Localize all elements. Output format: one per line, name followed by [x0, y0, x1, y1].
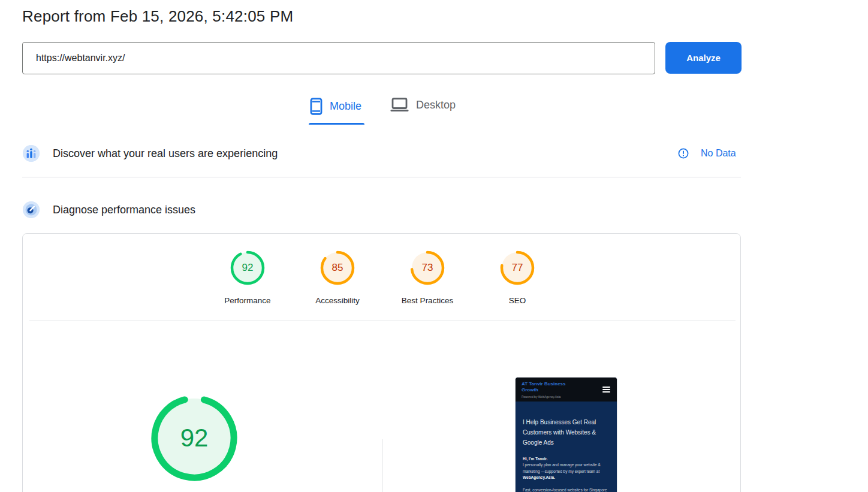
best-practices-score-label: Best Practices	[382, 296, 472, 305]
thumbnail-intro-text: I personally plan and manage your websit…	[523, 462, 610, 481]
page-title: Report from Feb 15, 2026, 5:42:05 PM	[22, 7, 293, 26]
field-data-section-header: Discover what your real users are experi…	[23, 145, 278, 162]
final-screenshot-thumbnail: AT Tanvir Business Growth Powered by Web…	[515, 377, 617, 492]
thumbnail-intro-span: I personally plan and manage your websit…	[523, 463, 601, 473]
lab-data-section-header: Diagnose performance issues	[23, 201, 195, 218]
best-practices-score-value: 73	[409, 250, 445, 286]
thumbnail-intro-brand: WebAgency.Asia.	[523, 475, 555, 479]
thumbnail-tagline: Fast, conversion-focused websites for Si…	[523, 487, 610, 492]
section-divider	[22, 177, 741, 177]
phone-icon	[310, 98, 323, 115]
active-tab-indicator	[309, 123, 364, 125]
performance-score-label: Performance	[203, 296, 293, 305]
tab-desktop-label: Desktop	[416, 99, 456, 111]
thumbnail-powered-by: Powered by WebAgency.Asia	[522, 395, 612, 399]
score-gauge-accessibility[interactable]: 85 Accessibility	[293, 250, 382, 305]
thumbnail-intro-bold: Hi, I'm Tanvir.	[523, 456, 610, 462]
accessibility-score-label: Accessibility	[293, 296, 382, 305]
no-data-label: No Data	[701, 148, 736, 159]
no-data-link[interactable]: No Data	[678, 148, 736, 159]
lighthouse-report-card: 92 Performance 85 Accessibility 73	[22, 233, 741, 492]
laptop-icon	[390, 98, 409, 112]
accessibility-score-value: 85	[320, 250, 355, 286]
metrics-column-divider	[382, 439, 382, 492]
score-gauge-best-practices[interactable]: 73 Best Practices	[382, 250, 472, 305]
url-field-wrap	[22, 42, 655, 74]
users-bar-chart-icon	[23, 145, 40, 162]
performance-score-value: 92	[230, 250, 266, 286]
thumbnail-heading: I Help Businesses Get Real Customers wit…	[523, 417, 610, 448]
main-performance-gauge: 92	[149, 393, 239, 483]
tab-mobile[interactable]: Mobile	[310, 98, 361, 115]
main-performance-score-value: 92	[149, 393, 239, 483]
card-divider	[29, 321, 736, 321]
hamburger-icon	[602, 387, 610, 394]
thumbnail-site-title: AT Tanvir Business Growth	[522, 381, 581, 394]
score-gauge-seo[interactable]: 77 SEO	[472, 250, 562, 305]
thumbnail-site-body: I Help Businesses Get Real Customers wit…	[516, 402, 617, 492]
tab-desktop[interactable]: Desktop	[390, 98, 456, 112]
thumbnail-site-header: AT Tanvir Business Growth Powered by Web…	[516, 378, 617, 402]
score-gauge-performance[interactable]: 92 Performance	[203, 250, 293, 305]
seo-score-value: 77	[499, 250, 535, 286]
analyze-button[interactable]: Analyze	[665, 42, 742, 74]
info-icon	[678, 148, 689, 159]
lab-section-title: Diagnose performance issues	[53, 204, 195, 216]
pagespeed-report-page: Report from Feb 15, 2026, 5:42:05 PM Ana…	[0, 0, 868, 492]
url-input[interactable]	[22, 42, 655, 74]
tab-mobile-label: Mobile	[330, 100, 361, 113]
field-section-title: Discover what your real users are experi…	[53, 147, 278, 160]
gauge-compass-icon	[23, 201, 40, 218]
seo-score-label: SEO	[472, 296, 562, 305]
